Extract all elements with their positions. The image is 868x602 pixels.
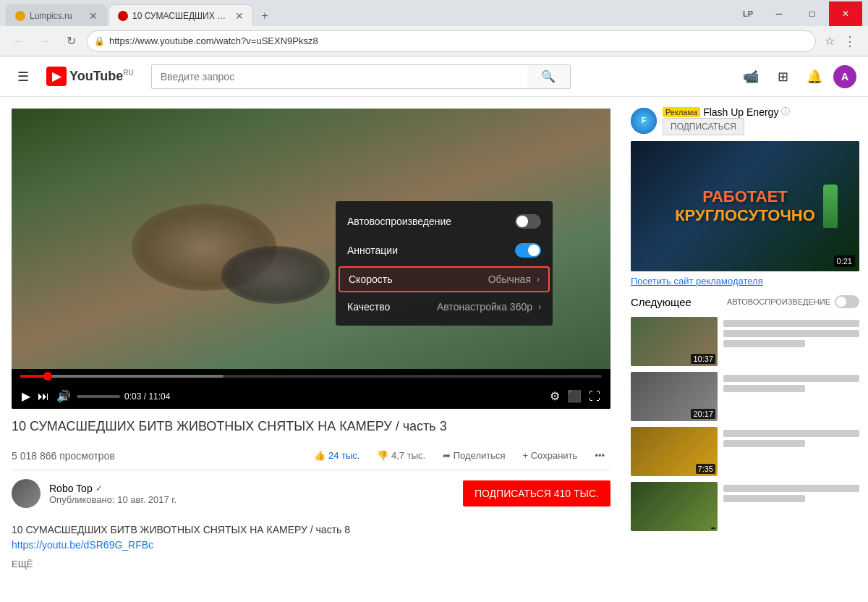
ad-info-icon[interactable]: ⓘ	[781, 106, 790, 118]
video-player[interactable]: Автовоспроизведение Аннотации	[12, 109, 610, 409]
theater-button[interactable]: ⬛	[566, 388, 583, 404]
user-initials: LP	[733, 1, 762, 26]
speed-chevron: ›	[537, 274, 540, 284]
lock-icon: 🔒	[94, 36, 105, 46]
ad-badge: Реклама	[663, 107, 700, 117]
share-button[interactable]: ➦ Поделиться	[437, 447, 511, 464]
tabs-bar: Lumpics.ru ✕ 10 СУМАСШЕДШИХ БИ... ✕ + LP…	[0, 0, 868, 26]
video-meta-1	[723, 317, 859, 366]
more-button[interactable]: •••	[589, 447, 610, 464]
sidebar-video-1[interactable]: 10:37	[631, 317, 859, 366]
ad-header: F Реклама Flash Up Energy ⓘ ПОДПИСАТЬСЯ	[631, 106, 859, 135]
settings-annotations[interactable]: Аннотации	[336, 236, 553, 265]
volume-button[interactable]: 🔊	[55, 388, 72, 404]
apps-icon[interactable]: ⊞	[770, 64, 796, 90]
sidebar-title: Следующее	[631, 296, 692, 308]
sidebar-video-3[interactable]: 7:35	[631, 427, 859, 476]
tab-youtube[interactable]: 10 СУМАСШЕДШИХ БИ... ✕	[109, 4, 253, 26]
video-meta-4	[723, 482, 859, 531]
channel-name: Robo Top ✓	[49, 483, 454, 494]
annotations-toggle[interactable]	[515, 243, 541, 258]
video-meta-title-4	[723, 485, 859, 492]
youtube-header: ☰ ▶ YouTubeRU 🔍 📹 ⊞ 🔔 A	[0, 56, 868, 97]
settings-quality[interactable]: Качество Автонастройка 360p ›	[336, 294, 553, 320]
autoplay-toggle[interactable]	[515, 214, 541, 229]
new-tab-button[interactable]: +	[255, 6, 275, 26]
current-time: 0:03	[124, 391, 141, 402]
tab-close-1[interactable]: ✕	[83, 10, 98, 22]
autoplay-label: АВТОВОСПРОИЗВЕДЕНИЕ	[727, 297, 830, 306]
settings-speed[interactable]: Скорость Обычная ›	[339, 266, 550, 292]
video-thumb-2: 20:17	[631, 372, 718, 421]
channel-row: Robo Top ✓ Опубликовано: 10 авг. 2017 г.…	[12, 470, 610, 517]
video-stats: 5 018 866 просмотров 👍 24 тыс. 👎 4,7 тыс…	[12, 441, 610, 470]
speed-label: Скорость	[349, 274, 392, 285]
settings-autoplay[interactable]: Автовоспроизведение	[336, 207, 553, 236]
like-button[interactable]: 👍 24 тыс.	[308, 447, 365, 464]
video-meta-3	[723, 427, 859, 476]
play-button[interactable]: ▶	[20, 388, 32, 404]
autoplay-label: Автовоспроизведение	[347, 216, 451, 227]
thumb-duration-3: 7:35	[696, 464, 715, 474]
advertiser-link[interactable]: Посетить сайт рекламодателя	[631, 276, 859, 287]
total-time: 11:04	[148, 391, 170, 402]
thumb-duration-4	[711, 527, 715, 529]
video-display: Автовоспроизведение Аннотации	[12, 109, 610, 369]
notifications-icon[interactable]: 🔔	[801, 64, 827, 90]
video-meta-title-3	[723, 430, 859, 437]
back-button[interactable]: ←	[9, 31, 29, 51]
dislike-button[interactable]: 👎 4,7 тыс.	[371, 447, 431, 464]
settings-button[interactable]: ⚙	[548, 388, 561, 404]
desc-link[interactable]: https://youtu.be/dSR69G_RFBc	[12, 539, 153, 551]
ad-avatar: F	[631, 108, 657, 134]
menu-icon[interactable]: ⋮	[841, 30, 859, 52]
forward-button[interactable]: →	[35, 31, 55, 51]
video-thumb-4	[631, 482, 718, 531]
show-more-button[interactable]: ЕЩЁ	[12, 559, 610, 569]
address-input[interactable]	[87, 30, 816, 52]
ad-subscribe-button[interactable]: ПОДПИСАТЬСЯ	[663, 118, 744, 135]
reload-button[interactable]: ↻	[61, 31, 81, 51]
minimize-button[interactable]: ─	[762, 1, 796, 26]
search-input[interactable]	[151, 64, 527, 89]
next-button[interactable]: ⏭	[36, 389, 51, 404]
search-button[interactable]: 🔍	[527, 64, 571, 89]
quality-chevron: ›	[538, 302, 541, 312]
ad-card: F Реклама Flash Up Energy ⓘ ПОДПИСАТЬСЯ	[631, 106, 859, 287]
tab-lumpics[interactable]: Lumpics.ru ✕	[6, 4, 107, 26]
settings-menu: Автовоспроизведение Аннотации	[336, 201, 553, 326]
thumb-duration-1: 10:37	[691, 354, 715, 364]
search-bar: 🔍	[151, 64, 571, 89]
sidebar: F Реклама Flash Up Energy ⓘ ПОДПИСАТЬСЯ	[622, 97, 868, 602]
sidebar-video-2[interactable]: 20:17	[631, 372, 859, 421]
ad-thumbnail[interactable]: РАБОТАЕТКРУГЛОСУТОЧНО 0:21	[631, 141, 859, 271]
video-thumb-3: 7:35	[631, 427, 718, 476]
progress-track[interactable]	[20, 375, 602, 378]
video-meta-title-2	[723, 375, 859, 382]
sidebar-video-4[interactable]	[631, 482, 859, 531]
save-button[interactable]: + Сохранить	[517, 447, 584, 464]
close-button[interactable]: ✕	[829, 1, 862, 26]
volume-bar[interactable]	[77, 395, 120, 398]
speed-value: Обычная	[488, 274, 531, 285]
bookmark-icon[interactable]: ☆	[825, 34, 835, 48]
subscribe-button[interactable]: ПОДПИСАТЬСЯ 410 ТЫС.	[463, 480, 610, 506]
window-controls: LP ─ □ ✕	[733, 1, 862, 26]
progress-container[interactable]	[12, 369, 610, 383]
video-meta-channel-2	[723, 385, 805, 392]
fullscreen-button[interactable]: ⛶	[587, 389, 602, 404]
tab-favicon-2	[118, 11, 128, 21]
video-camera-icon[interactable]: 📹	[738, 64, 764, 90]
video-meta-title-1	[723, 320, 859, 327]
channel-avatar[interactable]	[12, 479, 41, 508]
youtube-logo[interactable]: ▶ YouTubeRU	[46, 67, 134, 86]
verified-badge: ✓	[95, 483, 103, 493]
maximize-button[interactable]: □	[796, 1, 829, 26]
hamburger-menu[interactable]: ☰	[12, 63, 35, 90]
tab-close-2[interactable]: ✕	[229, 10, 244, 22]
user-avatar[interactable]: A	[833, 65, 856, 88]
progress-played	[20, 375, 43, 378]
sidebar-header: Следующее АВТОВОСПРОИЗВЕДЕНИЕ	[631, 295, 859, 308]
autoplay-row: АВТОВОСПРОИЗВЕДЕНИЕ	[727, 295, 859, 308]
autoplay-toggle[interactable]	[835, 295, 859, 308]
